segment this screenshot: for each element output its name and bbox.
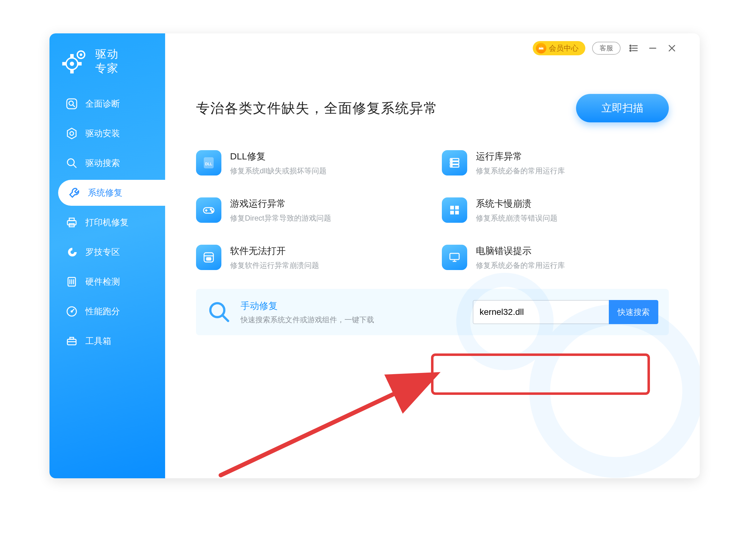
svg-marker-11 [67,128,76,139]
card-system-crash[interactable]: 系统卡慢崩溃 修复系统崩溃等错误问题 [442,198,669,223]
manual-text: 手动修复 快速搜索系统文件或游戏组件，一键下载 [241,300,374,325]
minimize-button[interactable] [647,42,659,54]
crown-icon [536,43,546,53]
gauge-icon [65,304,79,318]
sidebar-item-logi[interactable]: 罗技专区 [49,239,165,265]
svg-rect-26 [70,337,74,339]
sidebar-item-hardware[interactable]: 硬件检测 [49,269,165,295]
search-button-label: 快速搜索 [617,307,650,317]
gamepad-icon [196,198,221,223]
card-desc: 修复系统崩溃等错误问题 [476,213,557,223]
card-desc: 修复系统dll缺失或损坏等问题 [230,166,327,176]
support-button[interactable]: 客服 [592,42,621,55]
sidebar-item-install[interactable]: 驱动安装 [49,121,165,147]
svg-point-46 [451,166,452,167]
svg-rect-59 [450,254,459,260]
svg-point-32 [630,48,631,49]
annotation-highlight-box [431,353,650,395]
svg-point-44 [451,160,452,160]
svg-point-13 [67,159,74,166]
close-button[interactable] [666,42,678,54]
menu-icon[interactable] [627,42,640,54]
server-icon [442,150,467,176]
svg-rect-53 [455,206,459,210]
sidebar-item-benchmark[interactable]: 性能跑分 [49,298,165,324]
card-runtime-lib[interactable]: 运行库异常 修复系统必备的常用运行库 [442,150,669,176]
sidebar-item-label: 硬件检测 [85,276,120,287]
repair-grid: DLL DLL修复 修复系统dll缺失或损坏等问题 运行库异常 修复系统必备的常… [184,141,681,270]
app-name-line1: 驱动 [95,47,119,61]
ram-icon [65,275,79,288]
card-title: 系统卡慢崩溃 [476,198,557,210]
svg-line-63 [222,315,228,321]
vip-button[interactable]: 会员中心 [533,41,585,55]
svg-line-14 [73,165,76,168]
gears-icon [62,47,88,75]
main-panel: 会员中心 客服 专治各类文件缺失，全面修复系统 [165,33,700,478]
card-game-error[interactable]: 游戏运行异常 修复Direct异常导致的游戏问题 [196,198,423,223]
svg-point-30 [630,45,631,46]
svg-point-24 [71,311,72,312]
card-title: DLL修复 [230,150,327,163]
svg-point-45 [451,163,452,164]
sidebar-item-label: 驱动搜索 [85,157,120,169]
sidebar-item-search[interactable]: 驱动搜索 [49,150,165,176]
annotation-arrow-icon [202,370,443,478]
sidebar: 驱动 专家 全面诊断 [49,33,165,478]
svg-rect-3 [71,70,73,73]
svg-rect-4 [63,63,66,65]
svg-point-51 [211,211,213,212]
card-pc-error[interactable]: 电脑错误提示 修复系统必备的常用运行库 [442,245,669,270]
titlebar: 会员中心 客服 [184,33,681,63]
svg-rect-8 [67,99,77,109]
sidebar-item-toolbox[interactable]: 工具箱 [49,328,165,354]
svg-point-9 [69,101,73,105]
manual-repair-row: 手动修复 快速搜索系统文件或游戏组件，一键下载 快速搜索 [196,289,669,335]
card-title: 游戏运行异常 [230,198,331,210]
manual-title: 手动修复 [241,300,374,312]
magnifier-square-icon [65,97,79,111]
support-label: 客服 [600,44,613,53]
sidebar-item-label: 工具箱 [85,335,111,347]
toolbox-icon [65,334,79,348]
scan-button[interactable]: 立即扫描 [576,94,669,122]
quick-search-button[interactable]: 快速搜索 [609,300,658,324]
sidebar-item-repair[interactable]: 系统修复 [58,180,165,206]
card-desc: 修复系统必备的常用运行库 [476,261,565,270]
card-dll-repair[interactable]: DLL DLL修复 修复系统dll缺失或损坏等问题 [196,150,423,176]
sidebar-item-printer[interactable]: 打印机修复 [49,210,165,236]
svg-point-28 [540,314,693,467]
sidebar-nav: 全面诊断 驱动安装 驱动搜索 [49,91,165,354]
card-title: 软件无法打开 [230,245,319,258]
svg-point-34 [630,50,631,51]
sidebar-item-label: 打印机修复 [85,217,129,228]
app-logo: 驱动 专家 [49,47,165,91]
svg-rect-55 [455,211,459,215]
printer-icon [65,216,79,229]
svg-point-7 [80,53,83,56]
app-icon [196,245,221,270]
manual-desc: 快速搜索系统文件或游戏组件，一键下载 [241,315,374,325]
svg-point-12 [70,132,74,135]
search-input[interactable] [473,300,609,324]
app-window: 驱动 专家 全面诊断 [49,33,700,478]
hero: 专治各类文件缺失，全面修复系统异常 立即扫描 [184,63,681,141]
dll-icon: DLL [196,150,221,176]
svg-rect-2 [71,55,73,58]
sidebar-item-label: 驱动安装 [85,128,120,139]
sidebar-item-diagnosis[interactable]: 全面诊断 [49,91,165,117]
svg-rect-52 [450,206,454,210]
search-wrap: 快速搜索 [473,300,658,324]
svg-rect-16 [69,218,74,221]
svg-point-50 [210,209,211,210]
svg-line-10 [73,105,75,107]
card-software-error[interactable]: 软件无法打开 修复软件运行异常崩溃问题 [196,245,423,270]
monitor-icon [442,245,467,270]
svg-line-64 [221,379,425,475]
svg-rect-54 [450,211,454,215]
svg-point-1 [70,62,74,66]
app-name-line2: 专家 [95,61,119,75]
svg-rect-58 [207,258,211,260]
sidebar-item-label: 全面诊断 [85,98,120,110]
sidebar-item-label: 性能跑分 [85,305,120,317]
